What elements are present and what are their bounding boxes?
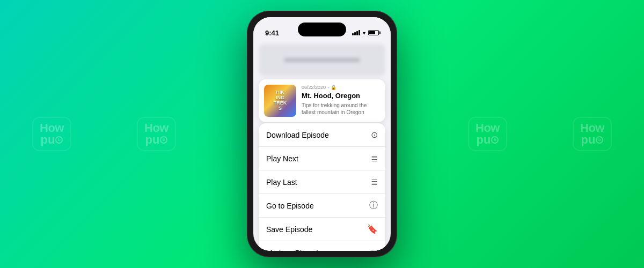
logo-4-b: b	[596, 136, 603, 144]
episode-meta: 06/22/2020 · 🔒	[302, 85, 380, 90]
menu-item-go-to-episode[interactable]: Go to Episode ⓘ	[259, 194, 385, 218]
mark-as-played-label: Mark as Played	[266, 249, 318, 251]
logo-4-top: How	[580, 122, 604, 134]
download-episode-label: Download Episode	[266, 131, 329, 139]
logo-3-b: b	[491, 136, 499, 144]
menu-item-play-next[interactable]: Play Next ≣	[259, 147, 385, 170]
logo-1-top: How	[40, 122, 64, 134]
go-to-episode-icon: ⓘ	[369, 200, 378, 211]
logo-1-bottom: pub	[40, 134, 64, 146]
mark-as-played-icon: ◫	[370, 248, 378, 251]
menu-item-download[interactable]: Download Episode ⊙	[259, 123, 385, 147]
logo-4: How pub	[573, 117, 612, 151]
logo-2: How pub	[137, 117, 176, 151]
episode-artwork: HIKINGTREKS	[264, 85, 296, 117]
logo-3-top: How	[475, 122, 500, 134]
logo-3-bottom: pub	[475, 134, 500, 146]
menu-item-play-last[interactable]: Play Last ≣	[259, 170, 385, 194]
actions-menu: Download Episode ⊙ Play Next ≣ Play Last…	[259, 123, 385, 251]
status-icons: ▾	[352, 30, 379, 36]
battery-icon	[368, 30, 379, 35]
phone-wrapper: 9:41 ▾	[247, 11, 397, 257]
logo-2-bottom: pub	[144, 134, 169, 146]
go-to-episode-label: Go to Episode	[266, 202, 314, 210]
logo-2-b: b	[160, 136, 167, 144]
play-last-icon: ≣	[371, 177, 378, 187]
logo-4-bottom: pub	[580, 134, 604, 146]
artwork-image: HIKINGTREKS	[264, 85, 296, 117]
dynamic-island	[298, 23, 346, 36]
episode-description: Tips for trekking around the tallest mou…	[302, 102, 380, 116]
status-time: 9:41	[265, 29, 279, 37]
play-next-icon: ≣	[371, 153, 378, 163]
context-menu-container: HIKINGTREKS 06/22/2020 · 🔒 Mt. Hood, Ore…	[259, 79, 385, 251]
episode-info: 06/22/2020 · 🔒 Mt. Hood, Oregon Tips for…	[302, 85, 380, 116]
menu-item-mark-as-played[interactable]: Mark as Played ◫	[259, 241, 385, 251]
save-episode-label: Save Episode	[266, 225, 312, 234]
wifi-icon: ▾	[363, 30, 365, 36]
signal-bars-icon	[352, 30, 360, 35]
blur-line	[284, 58, 360, 62]
save-episode-icon: 🔖	[367, 224, 378, 234]
play-next-label: Play Next	[266, 154, 298, 163]
episode-title: Mt. Hood, Oregon	[302, 92, 380, 100]
iphone-frame: 9:41 ▾	[247, 11, 397, 257]
logo-1: How pub	[32, 117, 71, 151]
phone-screen: 9:41 ▾	[253, 17, 391, 251]
logo-2-top: How	[144, 122, 169, 134]
logo-1-b: b	[55, 136, 63, 144]
battery-fill	[369, 31, 375, 34]
blurred-app-background	[259, 44, 385, 76]
episode-card: HIKINGTREKS 06/22/2020 · 🔒 Mt. Hood, Ore…	[259, 79, 385, 122]
episode-meta-icon: · 🔒	[328, 85, 336, 90]
logo-3: How pub	[468, 117, 507, 151]
menu-item-save-episode[interactable]: Save Episode 🔖	[259, 218, 385, 241]
play-last-label: Play Last	[266, 178, 297, 187]
download-episode-icon: ⊙	[371, 130, 378, 140]
episode-date: 06/22/2020	[302, 85, 326, 90]
status-bar: 9:41 ▾	[253, 17, 391, 41]
